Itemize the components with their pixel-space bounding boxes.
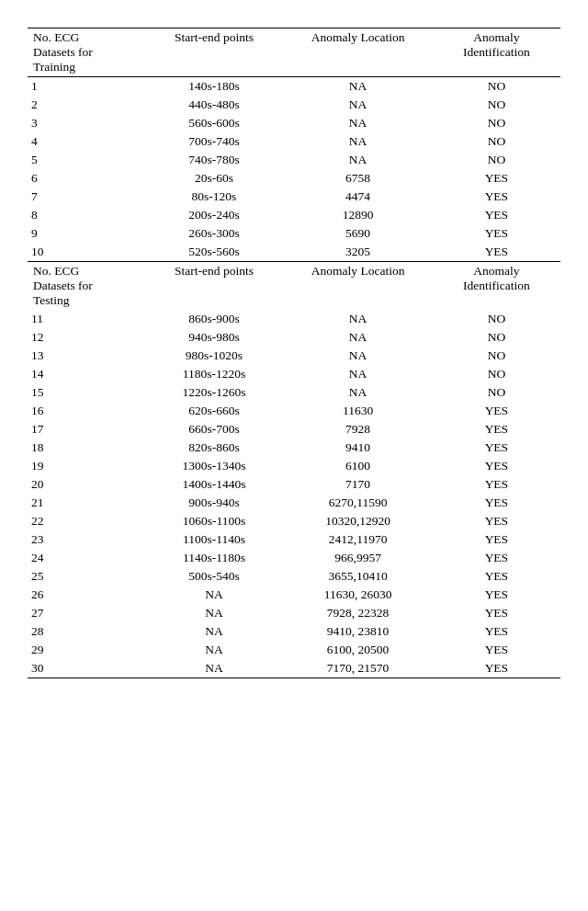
table-row: 11 860s-900s NA NO: [28, 310, 560, 328]
row-start-end: 200s-240s: [145, 206, 284, 224]
row-no: 1: [28, 77, 145, 97]
row-start-end: 1300s-1340s: [145, 457, 284, 475]
row-start-end: 560s-600s: [145, 114, 284, 132]
row-no: 17: [28, 420, 145, 438]
row-no: 28: [28, 622, 145, 641]
row-no: 8: [28, 206, 145, 224]
row-start-end: NA: [145, 622, 284, 641]
row-start-end: 900s-940s: [145, 494, 284, 512]
table-row: 27 NA 7928, 22328 YES: [28, 604, 560, 622]
table-row: 13 980s-1020s NA NO: [28, 347, 560, 365]
row-anomaly-loc: 3205: [283, 243, 432, 262]
table-row: 18 820s-860s 9410 YES: [28, 438, 560, 457]
row-identification: NO: [433, 383, 560, 402]
row-anomaly-loc: 5690: [283, 224, 432, 243]
row-anomaly-loc: 7928, 22328: [283, 604, 432, 622]
row-identification: NO: [433, 77, 560, 97]
row-no: 30: [28, 659, 145, 678]
row-start-end: 440s-480s: [145, 96, 284, 114]
row-start-end: NA: [145, 604, 284, 622]
row-start-end: 1400s-1440s: [145, 475, 284, 494]
row-anomaly-loc: 12890: [283, 206, 432, 224]
row-anomaly-loc: NA: [283, 96, 432, 114]
row-anomaly-loc: 4474: [283, 188, 432, 206]
row-anomaly-loc: 7170, 21570: [283, 659, 432, 678]
row-no: 24: [28, 549, 145, 567]
row-anomaly-loc: NA: [283, 114, 432, 132]
table-row: 10 520s-560s 3205 YES: [28, 243, 560, 262]
row-no: 5: [28, 151, 145, 169]
row-identification: YES: [433, 586, 560, 604]
row-no: 9: [28, 224, 145, 243]
row-no: 6: [28, 169, 145, 188]
row-start-end: 1100s-1140s: [145, 530, 284, 549]
row-start-end: 20s-60s: [145, 169, 284, 188]
table-row: 24 1140s-1180s 966,9957 YES: [28, 549, 560, 567]
row-anomaly-loc: NA: [283, 347, 432, 365]
testing-section-col4: AnomalyIdentification: [433, 262, 560, 311]
row-no: 7: [28, 188, 145, 206]
table-row: 26 NA 11630, 26030 YES: [28, 586, 560, 604]
row-start-end: 980s-1020s: [145, 347, 284, 365]
row-no: 15: [28, 383, 145, 402]
row-start-end: 1140s-1180s: [145, 549, 284, 567]
row-anomaly-loc: 6758: [283, 169, 432, 188]
table-row: 23 1100s-1140s 2412,11970 YES: [28, 530, 560, 549]
row-anomaly-loc: 7170: [283, 475, 432, 494]
table-row: 30 NA 7170, 21570 YES: [28, 659, 560, 678]
row-no: 23: [28, 530, 145, 549]
row-identification: YES: [433, 641, 560, 659]
row-identification: NO: [433, 151, 560, 169]
table-row: 21 900s-940s 6270,11590 YES: [28, 494, 560, 512]
row-anomaly-loc: 9410: [283, 438, 432, 457]
row-anomaly-loc: NA: [283, 77, 432, 97]
row-anomaly-loc: 9410, 23810: [283, 622, 432, 641]
row-identification: NO: [433, 114, 560, 132]
row-identification: NO: [433, 347, 560, 365]
row-identification: YES: [433, 188, 560, 206]
row-anomaly-loc: NA: [283, 328, 432, 347]
table-row: 9 260s-300s 5690 YES: [28, 224, 560, 243]
row-identification: NO: [433, 328, 560, 347]
row-anomaly-loc: 10320,12920: [283, 512, 432, 530]
row-start-end: 820s-860s: [145, 438, 284, 457]
row-no: 11: [28, 310, 145, 328]
row-identification: YES: [433, 512, 560, 530]
row-start-end: 860s-900s: [145, 310, 284, 328]
row-identification: NO: [433, 132, 560, 151]
row-anomaly-loc: 966,9957: [283, 549, 432, 567]
table-row: 1 140s-180s NA NO: [28, 77, 560, 97]
row-identification: YES: [433, 622, 560, 641]
row-no: 2: [28, 96, 145, 114]
row-no: 14: [28, 365, 145, 383]
row-no: 29: [28, 641, 145, 659]
row-identification: YES: [433, 659, 560, 678]
row-identification: YES: [433, 457, 560, 475]
table-row: 3 560s-600s NA NO: [28, 114, 560, 132]
testing-section-col3: Anomaly Location: [283, 262, 432, 311]
table-row: 14 1180s-1220s NA NO: [28, 365, 560, 383]
row-anomaly-loc: NA: [283, 365, 432, 383]
table-row: 22 1060s-1100s 10320,12920 YES: [28, 512, 560, 530]
row-identification: NO: [433, 365, 560, 383]
row-identification: NO: [433, 310, 560, 328]
row-identification: YES: [433, 494, 560, 512]
table-row: 16 620s-660s 11630 YES: [28, 402, 560, 420]
table-row: 4 700s-740s NA NO: [28, 132, 560, 151]
row-no: 20: [28, 475, 145, 494]
row-anomaly-loc: 7928: [283, 420, 432, 438]
row-identification: YES: [433, 475, 560, 494]
row-identification: NO: [433, 96, 560, 114]
row-no: 13: [28, 347, 145, 365]
row-start-end: NA: [145, 586, 284, 604]
row-identification: YES: [433, 169, 560, 188]
table-row: 7 80s-120s 4474 YES: [28, 188, 560, 206]
row-anomaly-loc: 2412,11970: [283, 530, 432, 549]
row-anomaly-loc: NA: [283, 151, 432, 169]
row-identification: YES: [433, 224, 560, 243]
row-no: 27: [28, 604, 145, 622]
row-start-end: 520s-560s: [145, 243, 284, 262]
row-start-end: 740s-780s: [145, 151, 284, 169]
row-anomaly-loc: 6100: [283, 457, 432, 475]
row-anomaly-loc: 6100, 20500: [283, 641, 432, 659]
